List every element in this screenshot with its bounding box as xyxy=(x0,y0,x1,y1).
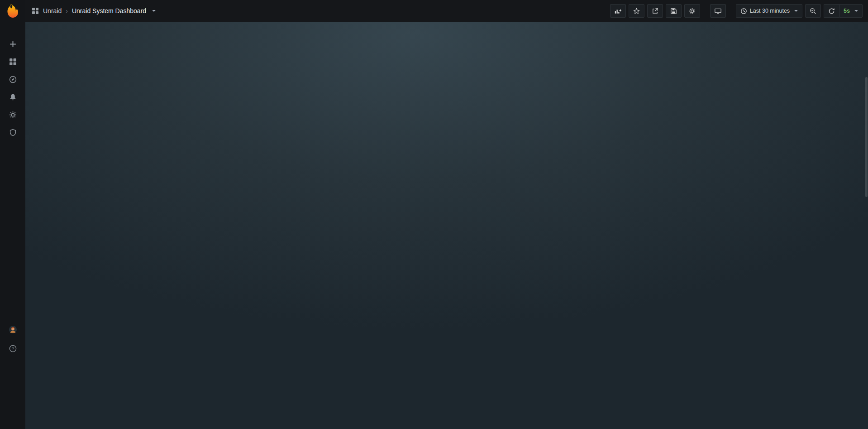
breadcrumb: Unraid › Unraid System Dashboard xyxy=(32,7,156,14)
sidebar-item-dashboards[interactable] xyxy=(5,56,21,67)
grid-icon[interactable] xyxy=(32,7,39,14)
sidebar: ? xyxy=(0,0,25,429)
user-avatar[interactable] xyxy=(6,323,19,336)
grafana-logo[interactable] xyxy=(5,3,20,19)
sidebar-item-explore[interactable] xyxy=(5,74,21,85)
grafana-flame-icon xyxy=(5,3,20,19)
search-minus-icon xyxy=(810,8,816,14)
sidebar-item-configuration[interactable] xyxy=(5,109,21,120)
share-icon xyxy=(652,8,658,14)
time-range-button[interactable]: Last 30 minutes xyxy=(736,4,802,18)
plus-icon xyxy=(9,40,17,48)
dashboard: kWh Price0.65CurrencykrUPS Max Output Po… xyxy=(25,22,38,27)
save-button[interactable] xyxy=(666,4,682,18)
breadcrumb-separator: › xyxy=(66,7,68,14)
dashboard-settings-button[interactable] xyxy=(684,4,700,18)
gear-icon xyxy=(689,8,696,14)
chevron-down-icon xyxy=(854,10,858,12)
refresh-interval-button[interactable]: 5s xyxy=(839,4,863,18)
refresh-icon xyxy=(828,8,835,14)
add-panel-button[interactable] xyxy=(610,4,626,18)
dashboard-title[interactable]: Unraid System Dashboard xyxy=(72,7,146,14)
sidebar-nav xyxy=(5,39,21,138)
chevron-down-icon xyxy=(152,10,156,12)
sidebar-item-create[interactable] xyxy=(5,39,21,49)
sidebar-bottom: ? xyxy=(5,323,21,354)
svg-text:?: ? xyxy=(11,346,14,351)
share-button[interactable] xyxy=(647,4,663,18)
compass-icon xyxy=(9,76,17,83)
sidebar-item-alerting[interactable] xyxy=(5,92,21,102)
add-panel-icon xyxy=(615,8,621,14)
zoom-out-button[interactable] xyxy=(805,4,821,18)
star-button[interactable] xyxy=(629,4,644,18)
sidebar-item-server-admin[interactable] xyxy=(5,127,21,138)
breadcrumb-root[interactable]: Unraid xyxy=(43,7,62,14)
cycle-view-button[interactable] xyxy=(710,4,726,18)
clock-icon xyxy=(740,8,747,14)
refresh-interval-label: 5s xyxy=(844,8,850,14)
star-icon xyxy=(633,8,640,14)
shield-icon xyxy=(9,129,17,136)
sidebar-item-help[interactable]: ? xyxy=(5,343,21,354)
chevron-down-icon xyxy=(794,10,798,12)
nav-actions: Last 30 minutes 5s xyxy=(610,4,863,18)
time-range-label: Last 30 minutes xyxy=(750,8,790,14)
refresh-button[interactable] xyxy=(824,4,839,18)
dashboards-grid-icon xyxy=(9,58,17,66)
monitor-icon xyxy=(715,8,721,14)
gear-icon xyxy=(9,111,17,119)
page-scrollbar[interactable] xyxy=(865,77,868,197)
bell-icon xyxy=(9,93,17,101)
avatar-icon xyxy=(9,326,17,333)
save-icon xyxy=(670,8,677,14)
help-icon: ? xyxy=(9,345,17,352)
top-nav: Unraid › Unraid System Dashboard xyxy=(25,0,868,22)
